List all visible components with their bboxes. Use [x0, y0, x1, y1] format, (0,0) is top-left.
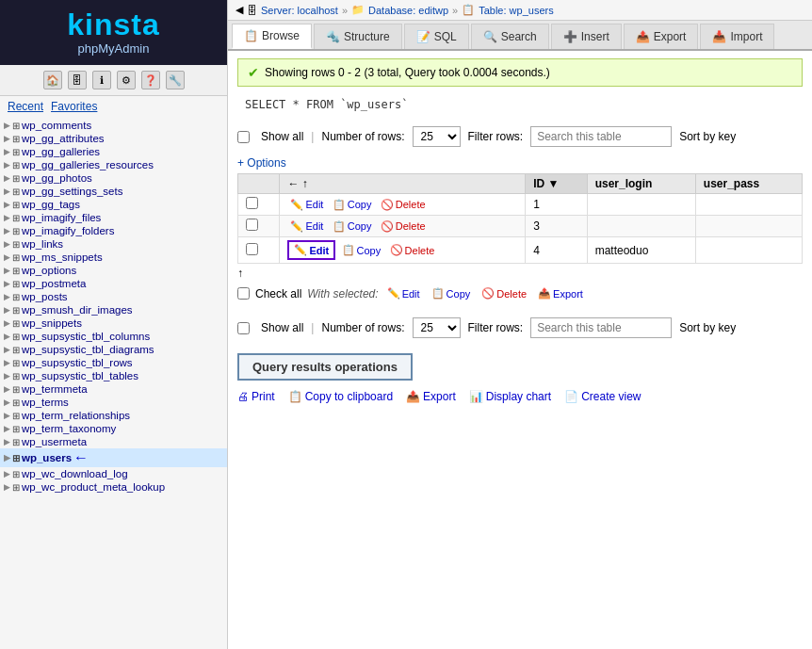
sidebar-item-wp_gg_tags[interactable]: ▶⊞wp_gg_tags: [0, 198, 227, 211]
copy-clipboard-btn[interactable]: 📋 Copy to clipboard: [288, 390, 393, 403]
tab-import[interactable]: 📥 Import: [700, 24, 774, 49]
check-all-checkbox[interactable]: [237, 287, 250, 300]
row2-edit-btn[interactable]: ✏️ Edit: [287, 219, 326, 234]
number-rows-select-bottom[interactable]: 25 50 100: [413, 317, 461, 338]
tab-insert[interactable]: ➕ Insert: [551, 24, 622, 49]
number-rows-select[interactable]: 25 50 100: [413, 126, 461, 147]
sidebar-item-wp_gg_photos[interactable]: ▶⊞wp_gg_photos: [0, 171, 227, 185]
sidebar-item-wp_supsystic_tbl_rows[interactable]: ▶⊞wp_supsystic_tbl_rows: [0, 356, 227, 369]
nav-back[interactable]: ◀: [235, 4, 243, 16]
sidebar-item-wp_gg_settings_sets[interactable]: ▶⊞wp_gg_settings_sets: [0, 185, 227, 198]
sidebar-item-wp_wc_download_log[interactable]: ▶⊞wp_wc_download_log: [0, 467, 227, 480]
database-link[interactable]: Database: editwp: [368, 5, 448, 16]
sidebar-item-wp_supsystic_tbl_columns[interactable]: ▶⊞wp_supsystic_tbl_columns: [0, 330, 227, 343]
show-all-checkbox-bottom[interactable]: [237, 322, 250, 334]
favorites-link[interactable]: Favorites: [51, 100, 97, 113]
server-link[interactable]: Server: localhost: [261, 5, 338, 16]
home-icon[interactable]: 🏠: [43, 71, 62, 89]
tab-sql[interactable]: 📝 SQL: [404, 24, 469, 49]
row1-edit-btn[interactable]: ✏️ Edit: [287, 198, 326, 212]
sidebar-item-wp_comments[interactable]: ▶⊞wp_comments: [0, 119, 227, 132]
check-all-label[interactable]: Check all: [255, 287, 301, 300]
table-label: wp_smush_dir_images: [22, 304, 133, 316]
sidebar-item-wp_links[interactable]: ▶⊞wp_links: [0, 237, 227, 251]
config-icon[interactable]: 🔧: [166, 71, 185, 89]
col-id[interactable]: ID ▼: [526, 174, 588, 194]
expand-icon: ▶: [4, 424, 10, 433]
create-view-btn[interactable]: 📄 Create view: [564, 390, 641, 403]
sidebar-item-wp_smush_dir_images[interactable]: ▶⊞wp_smush_dir_images: [0, 303, 227, 316]
tab-structure[interactable]: 🔩 Structure: [314, 24, 402, 49]
sql-icon: 📝: [416, 30, 430, 43]
tab-export[interactable]: 📤 Export: [624, 24, 699, 49]
table-label: wp_imagify_folders: [22, 225, 114, 236]
filter-input-top[interactable]: [530, 126, 672, 147]
sidebar-item-wp_users[interactable]: ▶⊞wp_users←: [0, 448, 227, 467]
table-label: wp_term_relationships: [22, 410, 130, 421]
table-icon-small: ⊞: [12, 173, 20, 184]
sort-label: Sort by key: [679, 130, 736, 143]
selected-export-btn[interactable]: 📤 Export: [535, 286, 586, 300]
filter-input-bottom[interactable]: [530, 317, 672, 338]
row2-delete-btn[interactable]: 🚫 Delete: [378, 219, 429, 234]
print-btn[interactable]: 🖨 Print: [237, 390, 275, 403]
table-label: wp_imagify_files: [22, 212, 101, 223]
row1-copy-btn[interactable]: 📋 Copy: [330, 198, 375, 212]
sidebar-item-wp_supsystic_tbl_diagrams[interactable]: ▶⊞wp_supsystic_tbl_diagrams: [0, 343, 227, 356]
selected-edit-btn[interactable]: ✏️ Edit: [384, 286, 423, 300]
sidebar-item-wp_imagify_files[interactable]: ▶⊞wp_imagify_files: [0, 211, 227, 224]
help-icon[interactable]: ❓: [141, 71, 160, 89]
show-all-checkbox[interactable]: [237, 131, 250, 143]
row3-checkbox[interactable]: [238, 237, 280, 264]
sidebar-item-wp_supsystic_tbl_tables[interactable]: ▶⊞wp_supsystic_tbl_tables: [0, 369, 227, 382]
options-link[interactable]: + Options: [237, 156, 803, 170]
sidebar-item-wp_imagify_folders[interactable]: ▶⊞wp_imagify_folders: [0, 224, 227, 237]
table-icon-small: ⊞: [12, 160, 20, 170]
tab-browse[interactable]: 📋 Browse: [232, 24, 312, 49]
row3-delete-btn[interactable]: 🚫 Delete: [387, 243, 438, 257]
selected-copy-btn[interactable]: 📋 Copy: [429, 286, 474, 300]
tab-search[interactable]: 🔍 Search: [471, 24, 549, 49]
sidebar-item-wp_term_taxonomy[interactable]: ▶⊞wp_term_taxonomy: [0, 422, 227, 435]
tab-browse-label: Browse: [262, 29, 300, 42]
row3-copy-btn[interactable]: 📋 Copy: [339, 243, 384, 257]
sidebar-item-wp_terms[interactable]: ▶⊞wp_terms: [0, 396, 227, 409]
row1-delete-btn[interactable]: 🚫 Delete: [378, 198, 429, 212]
display-chart-btn[interactable]: 📊 Display chart: [469, 390, 551, 403]
sidebar-item-wp_posts[interactable]: ▶⊞wp_posts: [0, 290, 227, 303]
col-user-pass[interactable]: user_pass: [695, 174, 802, 194]
export-results-btn[interactable]: 📤 Export: [406, 390, 456, 403]
database-icon[interactable]: 🗄: [68, 71, 87, 89]
sort-label-bottom: Sort by key: [679, 321, 736, 334]
sidebar-item-wp_term_relationships[interactable]: ▶⊞wp_term_relationships: [0, 409, 227, 422]
sidebar-item-wp_wc_product_meta_lookup[interactable]: ▶⊞wp_wc_product_meta_lookup: [0, 480, 227, 494]
sidebar-item-wp_snippets[interactable]: ▶⊞wp_snippets: [0, 316, 227, 330]
sidebar-item-wp_postmeta[interactable]: ▶⊞wp_postmeta: [0, 277, 227, 290]
row3-edit-btn[interactable]: ✏️ Edit: [287, 240, 335, 260]
expand-icon: ▶: [4, 160, 10, 170]
sidebar-item-wp_gg_galleries[interactable]: ▶⊞wp_gg_galleries: [0, 145, 227, 158]
sidebar-item-wp_gg_attributes[interactable]: ▶⊞wp_gg_attributes: [0, 132, 227, 145]
row1-checkbox[interactable]: [238, 194, 280, 216]
table-label: wp_supsystic_tbl_columns: [22, 331, 150, 342]
info-icon[interactable]: ℹ: [92, 71, 111, 89]
sidebar-item-wp_gg_galleries_resources[interactable]: ▶⊞wp_gg_galleries_resources: [0, 158, 227, 171]
settings-icon[interactable]: ⚙: [117, 71, 136, 89]
sidebar-item-wp_options[interactable]: ▶⊞wp_options: [0, 264, 227, 277]
sidebar-item-wp_usermeta[interactable]: ▶⊞wp_usermeta: [0, 435, 227, 448]
row2-copy-btn[interactable]: 📋 Copy: [330, 219, 375, 234]
sidebar-item-wp_termmeta[interactable]: ▶⊞wp_termmeta: [0, 382, 227, 396]
filter-label-bottom: Filter rows:: [468, 321, 524, 334]
table-link[interactable]: Table: wp_users: [479, 5, 554, 16]
col-user-login[interactable]: user_login: [587, 174, 695, 194]
table-row: ✏️ Edit 📋 Copy 🚫 Delete 4 matteo: [238, 237, 803, 264]
sidebar-item-wp_ms_snippets[interactable]: ▶⊞wp_ms_snippets: [0, 251, 227, 264]
table-label: wp_terms: [22, 397, 69, 408]
expand-icon: ▶: [4, 266, 10, 275]
recent-link[interactable]: Recent: [8, 100, 43, 113]
row2-checkbox[interactable]: [238, 216, 280, 237]
expand-icon: ▶: [4, 239, 10, 249]
table-label: wp_snippets: [22, 317, 82, 329]
table-icon-small: ⊞: [12, 147, 20, 157]
selected-delete-btn[interactable]: 🚫 Delete: [479, 286, 529, 300]
